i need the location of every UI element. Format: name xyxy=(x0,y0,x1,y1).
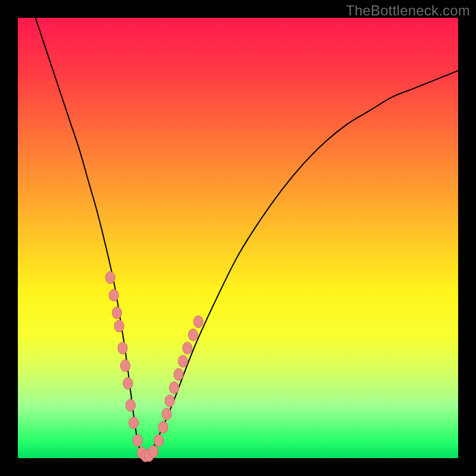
marker-bead xyxy=(133,434,142,446)
marker-bead xyxy=(189,329,198,341)
marker-bead xyxy=(109,289,118,301)
marker-bead xyxy=(174,368,183,380)
marker-bead xyxy=(105,272,115,284)
watermark-text: TheBottleneck.com xyxy=(346,2,470,19)
marker-bead xyxy=(114,320,124,332)
marker-bead xyxy=(170,382,179,394)
marker-bead xyxy=(165,395,174,407)
marker-bead xyxy=(121,360,130,372)
plot-area xyxy=(18,18,458,458)
marker-bead xyxy=(118,342,127,354)
marker-bead xyxy=(193,316,203,328)
marker-bead xyxy=(154,434,164,446)
marker-bead xyxy=(178,355,188,367)
marker-bead xyxy=(183,342,192,354)
bottleneck-curve xyxy=(36,18,458,458)
curve-svg xyxy=(18,18,458,458)
marker-bead xyxy=(112,307,122,319)
marker-bead xyxy=(149,446,158,458)
marker-bead xyxy=(126,399,135,411)
marker-bead xyxy=(129,417,139,429)
marker-bead xyxy=(123,377,133,389)
marker-bead xyxy=(162,408,171,420)
marker-cluster xyxy=(105,272,203,462)
chart-frame: TheBottleneck.com xyxy=(0,0,476,476)
marker-bead xyxy=(158,421,168,433)
